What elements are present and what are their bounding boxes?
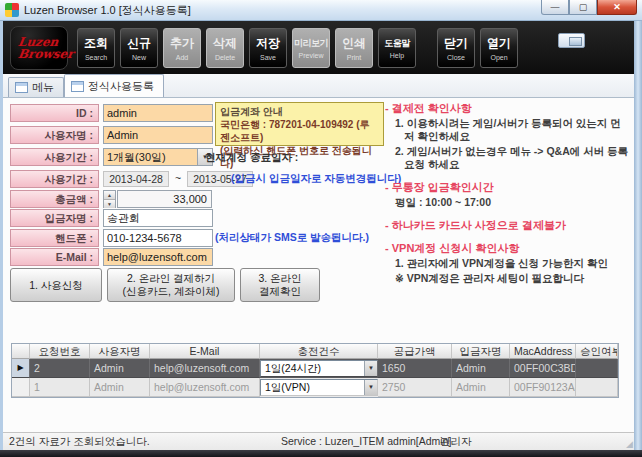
- tab-menu[interactable]: 메뉴: [8, 77, 64, 97]
- close-button[interactable]: ✕: [597, 0, 637, 15]
- id-label: ID :: [10, 104, 99, 122]
- id-input[interactable]: [103, 104, 213, 122]
- user-name-label: 사용자명 :: [10, 126, 99, 144]
- depositor-input[interactable]: [103, 209, 213, 227]
- registration-panel: ID : 사용자명 : 사용기간 : 1개월(30일) ▼ 사용기간 : 201…: [3, 98, 634, 432]
- payment-guide: - 결제전 확인사항 1. 이용하시려는 게임/서버가 등록되어 있는지 먼저 …: [385, 102, 631, 285]
- search-button[interactable]: 조회 Search: [77, 28, 115, 68]
- window-border-bottom: [0, 450, 642, 457]
- depositor-label: 입금자명 :: [10, 209, 99, 227]
- email-input[interactable]: [103, 248, 213, 266]
- logo-line2: Browser: [17, 48, 68, 60]
- save-button[interactable]: 저장 Save: [249, 28, 287, 68]
- phone-label: 핸드폰 :: [10, 229, 99, 247]
- guide-item: 2. 게임/서버가 없는경우 메뉴 -> Q&A에 서버 등록 요청 하세요: [385, 145, 631, 171]
- preview-button: 미리보기 Preview: [292, 28, 330, 68]
- row-selector-icon[interactable]: ▶: [12, 359, 30, 378]
- tab-icon: [71, 81, 84, 92]
- email-label: E-Mail :: [10, 248, 99, 266]
- charge-type-select[interactable]: 1일(VPN) ▼: [260, 379, 378, 396]
- app-window: Luzen Browser 1.0 [정식사용등록] — ▢ ✕ Luzen B…: [0, 0, 642, 457]
- charge-type-select[interactable]: 1일(24시간) ▼: [260, 360, 378, 377]
- window-border-right: [634, 21, 642, 450]
- period-start-date[interactable]: 2013-04-28: [103, 171, 169, 187]
- spinner-up-icon[interactable]: ▲: [104, 191, 115, 200]
- guide-item: ※ VPN계정은 관리자 세팅이 필요합니다: [385, 272, 631, 285]
- minimize-button[interactable]: —: [541, 0, 569, 15]
- period-label: 사용기간 :: [10, 148, 99, 166]
- close-tab-button[interactable]: 닫기 Close: [437, 28, 475, 68]
- end-date-label: 현재계정 종료일자 :: [205, 151, 298, 165]
- status-bar: 2건의 자료가 조회되었습니다. Service : Luzen_ITEM ad…: [3, 432, 634, 450]
- tab-icon: [15, 82, 28, 93]
- guide-header: - VPN계정 신청시 확인사항: [385, 242, 631, 255]
- logo-line1: Luzen: [17, 36, 68, 48]
- guide-item: 평일 : 10:00 ~ 17:00: [385, 196, 631, 209]
- open-button[interactable]: 열기 Open: [480, 28, 518, 68]
- period-select[interactable]: 1개월(30일) ▼: [103, 148, 213, 166]
- payment-confirm-button[interactable]: 3. 온라인 결제확인: [240, 268, 320, 302]
- app-icon: [5, 3, 19, 17]
- status-role: 관리자: [440, 435, 472, 449]
- window-title: Luzen Browser 1.0 [정식사용등록]: [24, 3, 191, 18]
- spinner-down-icon[interactable]: ▼: [104, 200, 115, 208]
- delete-button: 삭제 Delete: [206, 28, 244, 68]
- chevron-down-icon[interactable]: ▼: [364, 380, 377, 395]
- guide-header: - 결제전 확인사항: [385, 102, 631, 115]
- new-button[interactable]: 신규 New: [120, 28, 158, 68]
- guide-header: - 무통장 입금확인시간: [385, 181, 631, 194]
- table-row[interactable]: ▶ 2 Admin help@luzensoft.com 1일(24시간) ▼ …: [12, 359, 618, 378]
- print-button: 인쇄 Print: [335, 28, 373, 68]
- maximize-button[interactable]: ▢: [569, 0, 597, 15]
- date-hint: (입금시 입금일자로 자동변경됩니다): [231, 172, 401, 186]
- total-amount-value[interactable]: 33,000: [117, 190, 212, 208]
- status-service: Service : Luzen_ITEM admin[Admin]: [281, 435, 451, 447]
- sms-hint: (처리상태가 SMS로 발송됩니다.): [215, 231, 369, 245]
- total-amount-stepper[interactable]: ▲ ▼: [103, 190, 116, 208]
- table-header-row: 요청번호 사용자명 E-Mail 충전건수 공급가액 입금자명 MacAddre…: [12, 344, 618, 359]
- toolbar-buttons: 조회 Search 신규 New 추가 Add 삭제 Delete 저장 Sav…: [77, 28, 518, 68]
- add-button: 추가 Add: [163, 28, 201, 68]
- luzen-browser-logo: Luzen Browser: [10, 26, 68, 70]
- guide-item: 1. 관리자에게 VPN계정을 신청 가능한지 확인: [385, 257, 631, 270]
- status-message: 2건의 자료가 조회되었습니다.: [9, 435, 150, 449]
- date-separator: ~: [175, 172, 181, 184]
- resize-grip[interactable]: ◢: [626, 439, 633, 449]
- tab-registration[interactable]: 정식사용등록: [64, 74, 164, 97]
- tab-bar: 메뉴 정식사용등록: [3, 74, 634, 98]
- guide-item: 1. 이용하시려는 게임/서버가 등록되어 있는지 먼저 확인하세요: [385, 117, 631, 143]
- total-amount-label: 총금액 :: [10, 190, 99, 208]
- online-payment-button[interactable]: 2. 온라인 결제하기 (신용카드, 계좌이체): [107, 268, 235, 302]
- table-row[interactable]: 1 Admin help@luzensoft.com 1일(VPN) ▼ 275…: [12, 378, 618, 397]
- selector-column-header: [12, 344, 30, 359]
- guide-header: - 하나카드 카드사 사정으로 결제불가: [385, 219, 631, 232]
- request-table: 요청번호 사용자명 E-Mail 충전건수 공급가액 입금자명 MacAddre…: [11, 343, 619, 398]
- apply-button[interactable]: 1. 사용신청: [10, 268, 102, 302]
- user-name-input[interactable]: [103, 126, 213, 144]
- period-range-label: 사용기간 :: [10, 170, 99, 188]
- toolbar: Luzen Browser 조회 Search 신규 New 추가 Add 삭제…: [3, 21, 634, 74]
- toolbar-toggle-button[interactable]: [558, 33, 585, 48]
- phone-input[interactable]: [103, 229, 213, 247]
- deposit-account-notice: 입금계좌 안내 국민은행 : 787201-04-109492 (루젠소프트) …: [215, 102, 384, 146]
- help-button[interactable]: 도움말 Help: [378, 28, 416, 68]
- title-bar: Luzen Browser 1.0 [정식사용등록] — ▢ ✕: [0, 0, 642, 21]
- chevron-down-icon[interactable]: ▼: [364, 361, 377, 376]
- window-controls: — ▢ ✕: [541, 0, 637, 15]
